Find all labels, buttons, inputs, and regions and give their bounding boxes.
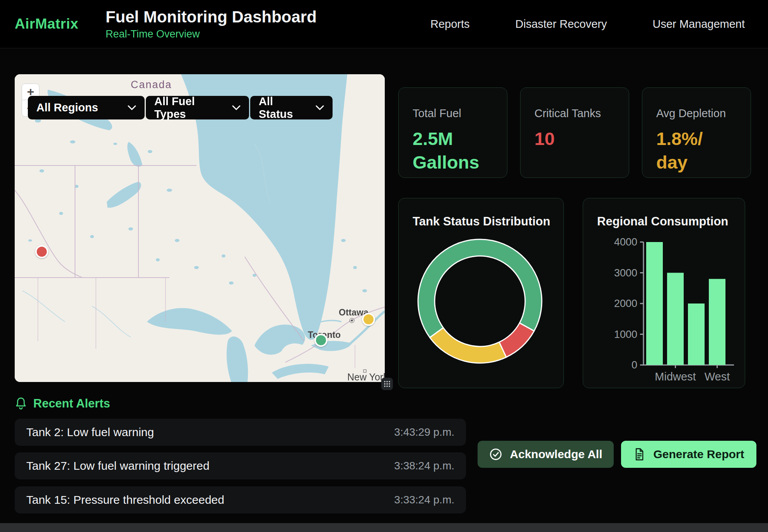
map-marker-normal[interactable]	[314, 334, 328, 347]
map-canvas[interactable]: Canada Ottawa Toronto New York + − All R…	[15, 74, 385, 382]
app-logo: AirMatrix	[15, 16, 79, 32]
region-filter-label: All Regions	[36, 101, 98, 114]
bar-1	[667, 273, 684, 365]
map-resize-handle[interactable]	[381, 378, 393, 390]
y-tick-label: 3000	[614, 267, 637, 279]
stat-value-critical-tanks: 10	[534, 127, 604, 150]
alert-text: Tank 2: Low fuel warning	[26, 426, 154, 439]
map-filters: All Regions All Fuel Types All Status	[28, 96, 333, 119]
recent-alerts-header: Recent Alerts	[15, 397, 110, 411]
page-title: Fuel Monitoring Dashboard	[106, 8, 317, 26]
bar-3	[709, 279, 725, 365]
check-circle-icon	[489, 448, 502, 461]
map-marker-warning[interactable]	[362, 313, 375, 326]
map-label-canada: Canada	[131, 79, 172, 90]
y-tick-label: 0	[631, 359, 637, 371]
status-filter-dropdown[interactable]: All Status	[250, 96, 333, 119]
main-nav: Reports Disaster Recovery User Managemen…	[430, 18, 745, 31]
tank-status-distribution-card: Tank Status Distribution	[398, 198, 564, 388]
donut-chart-title: Tank Status Distribution	[399, 198, 563, 228]
x-tick-label: Midwest	[655, 370, 696, 383]
horizontal-scrollbar[interactable]	[0, 523, 768, 532]
page-subtitle: Real-Time Overview	[106, 28, 317, 40]
generate-report-label: Generate Report	[653, 448, 744, 461]
stat-card-total-fuel: Total Fuel 2.5M Gallons	[398, 87, 507, 178]
stat-value-total-fuel: 2.5M Gallons	[413, 127, 482, 174]
acknowledge-all-button[interactable]: Acknowledge All	[478, 441, 614, 468]
regional-consumption-bar-chart: 01000200030004000MidwestWest	[583, 233, 746, 388]
alert-row[interactable]: Tank 27: Low fuel warning triggered 3:38…	[15, 452, 466, 479]
donut-segment-normal	[418, 239, 542, 338]
bell-icon	[15, 397, 27, 410]
alert-row[interactable]: Tank 15: Pressure threshold exceeded 3:3…	[15, 486, 466, 513]
stat-card-critical-tanks: Critical Tanks 10	[520, 87, 629, 178]
chevron-down-icon	[316, 105, 324, 111]
bar-0	[646, 242, 663, 365]
y-tick-label: 4000	[614, 236, 637, 248]
alert-text: Tank 27: Low fuel warning triggered	[26, 459, 210, 472]
recent-alerts-title: Recent Alerts	[33, 397, 110, 411]
nav-item-user-management[interactable]: User Management	[652, 18, 745, 31]
alert-timestamp: 3:33:24 p.m.	[394, 494, 454, 506]
alert-timestamp: 3:43:29 p.m.	[394, 426, 454, 438]
app-header: AirMatrix Fuel Monitoring Dashboard Real…	[0, 0, 768, 48]
alert-text: Tank 15: Pressure threshold exceeded	[26, 493, 224, 506]
region-filter-dropdown[interactable]: All Regions	[28, 96, 145, 119]
y-tick-label: 2000	[614, 298, 637, 309]
map-marker-critical[interactable]	[35, 245, 48, 258]
page-title-block: Fuel Monitoring Dashboard Real-Time Over…	[106, 8, 317, 40]
stat-label: Critical Tanks	[534, 107, 615, 120]
stat-label: Total Fuel	[413, 107, 493, 120]
status-filter-label: All Status	[259, 95, 305, 121]
fuel-type-filter-label: All Fuel Types	[154, 95, 222, 121]
stat-card-avg-depletion: Avg Depletion 1.8%/day	[642, 87, 751, 178]
alert-timestamp: 3:38:24 p.m.	[394, 460, 454, 472]
tank-status-donut-chart	[399, 228, 564, 399]
map-label-newyork: New York	[347, 372, 385, 382]
nav-item-disaster-recovery[interactable]: Disaster Recovery	[515, 18, 607, 31]
fuel-type-filter-dropdown[interactable]: All Fuel Types	[146, 96, 249, 119]
nav-item-reports[interactable]: Reports	[430, 18, 470, 31]
x-tick-label: West	[705, 370, 730, 383]
report-document-icon	[633, 448, 645, 461]
acknowledge-all-label: Acknowledge All	[510, 448, 602, 461]
chevron-down-icon	[232, 105, 241, 111]
y-tick-label: 1000	[614, 329, 637, 340]
stat-label: Avg Depletion	[656, 107, 737, 120]
grip-dots-icon	[384, 380, 391, 387]
bar-2	[688, 304, 705, 365]
regional-consumption-card: Regional Consumption 01000200030004000Mi…	[583, 198, 745, 388]
donut-segment-warning	[430, 328, 507, 363]
bar-chart-title: Regional Consumption	[583, 198, 745, 228]
alert-row[interactable]: Tank 2: Low fuel warning 3:43:29 p.m.	[15, 419, 466, 446]
chevron-down-icon	[128, 105, 136, 111]
stat-value-avg-depletion: 1.8%/day	[656, 127, 708, 174]
generate-report-button[interactable]: Generate Report	[621, 441, 756, 468]
